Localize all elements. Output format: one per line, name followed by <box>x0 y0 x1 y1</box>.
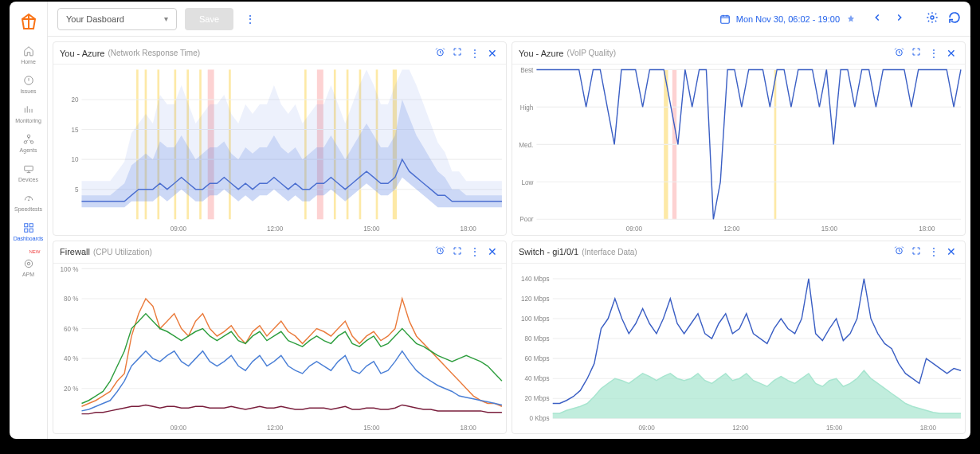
close-icon[interactable]: ✕ <box>485 47 500 60</box>
chart-body: 510152009:0012:0015:0018:00 <box>53 65 506 235</box>
svg-text:09:00: 09:00 <box>626 225 643 233</box>
svg-text:15:00: 15:00 <box>826 424 843 432</box>
alarm-icon[interactable] <box>892 245 906 258</box>
sidebar-item-speedtests[interactable]: Speedtests <box>10 187 48 217</box>
svg-text:0 Kbps: 0 Kbps <box>529 414 549 422</box>
svg-text:High: High <box>520 103 534 111</box>
sidebar-item-dashboards[interactable]: Dashboards <box>10 217 48 246</box>
svg-rect-9 <box>29 229 33 232</box>
svg-point-10 <box>27 262 30 265</box>
sidebar: HomeIssuesMonitoringAgentsDevicesSpeedte… <box>10 2 48 439</box>
panel-title: You - Azure <box>60 49 104 58</box>
chart-body: PoorLowMed.HighBest09:0012:0015:0018:00 <box>512 65 965 235</box>
new-badge: NEW <box>29 249 41 254</box>
chart[interactable]: 0 Kbps20 Mbps40 Mbps60 Mbps80 Mbps100 Mb… <box>512 264 965 434</box>
svg-rect-7 <box>29 224 33 227</box>
svg-text:20: 20 <box>71 96 78 104</box>
issues-icon <box>22 74 35 87</box>
sidebar-item-home[interactable]: Home <box>10 40 48 69</box>
expand-icon[interactable] <box>450 47 465 59</box>
svg-point-5 <box>28 200 29 201</box>
panel-menu-icon[interactable]: ⋮ <box>468 246 482 257</box>
panel-title: Firewall <box>60 247 90 256</box>
time-range-picker[interactable]: Mon Nov 30, 06:02 - 19:00 <box>719 13 857 25</box>
alarm-icon[interactable] <box>433 245 447 258</box>
dashboard-selector[interactable]: Your Dasboard ▾ <box>57 8 177 30</box>
svg-text:Poor: Poor <box>519 215 533 223</box>
sidebar-item-devices[interactable]: Devices <box>10 158 48 187</box>
panel: Firewall (CPU Utilization) ⋮ ✕ 20 %40 %6… <box>53 241 507 435</box>
svg-text:12:00: 12:00 <box>267 225 284 233</box>
svg-text:100 Mbps: 100 Mbps <box>521 315 550 323</box>
close-icon[interactable]: ✕ <box>485 245 500 258</box>
panel-menu-icon[interactable]: ⋮ <box>927 246 941 257</box>
panel-subtitle: (Interface Data) <box>582 248 637 256</box>
sidebar-item-label: Speedtests <box>14 206 42 212</box>
chart[interactable]: PoorLowMed.HighBest09:0012:0015:0018:00 <box>512 65 965 235</box>
sidebar-item-label: Agents <box>20 147 37 153</box>
svg-text:12:00: 12:00 <box>723 225 740 233</box>
speedtests-icon <box>22 192 35 205</box>
sidebar-item-agents[interactable]: Agents <box>10 128 48 158</box>
expand-icon[interactable] <box>450 246 465 258</box>
svg-text:18:00: 18:00 <box>919 225 935 233</box>
sidebar-item-apm[interactable]: NEWAPM <box>10 246 48 282</box>
svg-rect-4 <box>24 166 33 171</box>
svg-point-13 <box>931 16 934 19</box>
chart[interactable]: 20 %40 %60 %80 %100 %09:0012:0015:0018:0… <box>53 264 506 434</box>
alarm-icon[interactable] <box>892 47 906 60</box>
topbar: Your Dasboard ▾ Save ⋮ Mon Nov 30, 06:02… <box>48 2 970 37</box>
expand-icon[interactable] <box>909 246 923 258</box>
chart-body: 20 %40 %60 %80 %100 %09:0012:0015:0018:0… <box>53 264 506 434</box>
agents-icon <box>22 133 35 146</box>
next-timerange-button[interactable] <box>894 12 905 25</box>
panel: Switch - gi1/0/1 (Interface Data) ⋮ ✕ 0 … <box>512 241 966 435</box>
svg-text:20 Mbps: 20 Mbps <box>525 394 550 402</box>
app-logo <box>19 13 38 32</box>
close-icon[interactable]: ✕ <box>944 245 958 258</box>
svg-text:5: 5 <box>75 186 79 194</box>
sidebar-item-label: Issues <box>20 88 36 94</box>
time-range-text: Mon Nov 30, 06:02 - 19:00 <box>736 14 840 24</box>
panel-menu-icon[interactable]: ⋮ <box>468 48 482 59</box>
panel-title: You - Azure <box>519 49 563 58</box>
svg-rect-8 <box>24 229 27 232</box>
svg-text:15:00: 15:00 <box>363 225 380 233</box>
panel-subtitle: (Network Response Time) <box>108 49 200 57</box>
svg-point-1 <box>27 135 30 138</box>
svg-text:15:00: 15:00 <box>821 225 838 233</box>
close-icon[interactable]: ✕ <box>944 47 958 60</box>
svg-text:60 Mbps: 60 Mbps <box>525 354 550 362</box>
save-button[interactable]: Save <box>185 8 233 30</box>
svg-text:09:00: 09:00 <box>171 225 187 233</box>
more-actions-icon[interactable]: ⋮ <box>241 10 259 29</box>
svg-text:09:00: 09:00 <box>638 424 655 432</box>
alarm-icon[interactable] <box>433 47 447 60</box>
svg-text:12:00: 12:00 <box>267 424 284 432</box>
prev-timerange-button[interactable] <box>872 12 883 25</box>
settings-icon[interactable] <box>926 11 939 26</box>
svg-text:18:00: 18:00 <box>920 424 937 432</box>
svg-text:Med.: Med. <box>519 140 533 148</box>
panel-menu-icon[interactable]: ⋮ <box>927 48 941 59</box>
panel-subtitle: (CPU Utilization) <box>93 248 152 256</box>
svg-text:40 Mbps: 40 Mbps <box>525 374 550 382</box>
svg-text:18:00: 18:00 <box>461 424 477 432</box>
panel-header: You - Azure (VoIP Quality) ⋮ ✕ <box>512 42 965 65</box>
svg-text:09:00: 09:00 <box>171 424 187 432</box>
sidebar-item-issues[interactable]: Issues <box>10 69 48 99</box>
pin-icon[interactable] <box>845 13 857 25</box>
svg-text:Low: Low <box>522 178 535 186</box>
svg-text:10: 10 <box>71 155 78 163</box>
refresh-icon[interactable] <box>948 11 961 26</box>
devices-icon <box>22 162 35 175</box>
dashboards-icon <box>22 221 35 234</box>
expand-icon[interactable] <box>909 47 923 59</box>
svg-text:100 %: 100 % <box>60 264 79 272</box>
svg-text:80 %: 80 % <box>64 294 79 302</box>
panel-header: Switch - gi1/0/1 (Interface Data) ⋮ ✕ <box>512 241 965 264</box>
svg-text:60 %: 60 % <box>64 324 79 332</box>
sidebar-item-monitoring[interactable]: Monitoring <box>10 99 48 128</box>
panel-header: You - Azure (Network Response Time) ⋮ ✕ <box>53 42 506 65</box>
chart[interactable]: 510152009:0012:0015:0018:00 <box>53 65 506 235</box>
